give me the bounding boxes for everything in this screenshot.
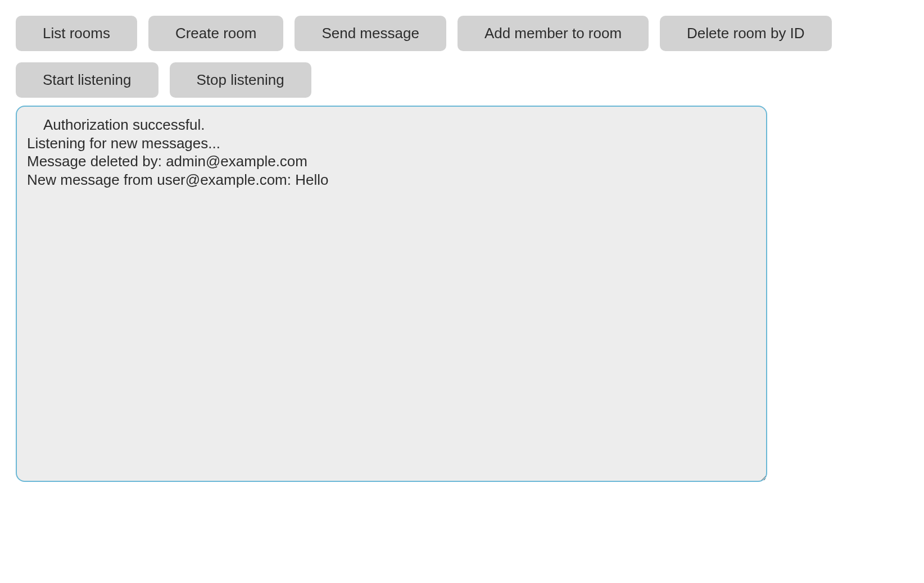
stop-listening-button[interactable]: Stop listening — [170, 62, 311, 98]
log-output[interactable] — [16, 106, 767, 482]
delete-room-button[interactable]: Delete room by ID — [660, 16, 832, 51]
list-rooms-button[interactable]: List rooms — [16, 16, 137, 51]
add-member-button[interactable]: Add member to room — [458, 16, 649, 51]
button-toolbar: List rooms Create room Send message Add … — [16, 16, 908, 98]
create-room-button[interactable]: Create room — [148, 16, 284, 51]
send-message-button[interactable]: Send message — [295, 16, 446, 51]
start-listening-button[interactable]: Start listening — [16, 62, 158, 98]
